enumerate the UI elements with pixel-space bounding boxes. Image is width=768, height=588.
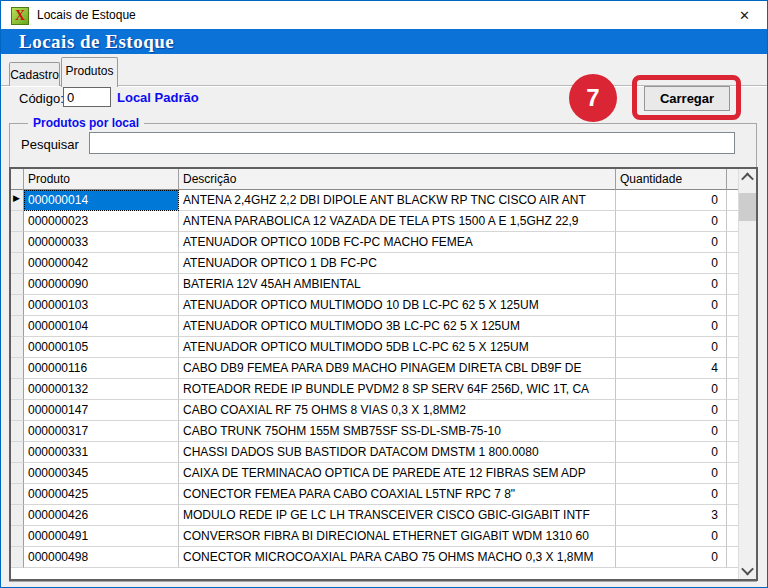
cell-produto[interactable]: 000000345 [24,463,179,484]
cell-descricao[interactable]: ANTENA PARABOLICA 12 VAZADA DE TELA PTS … [179,211,616,232]
cell-quantidade[interactable]: 4 [616,358,727,379]
row-selector-cell[interactable] [11,463,24,484]
table-row[interactable]: 000000116CABO DB9 FEMEA PARA DB9 MACHO P… [11,358,739,379]
cell-quantidade[interactable]: 0 [616,547,727,568]
selected-row-marker-icon[interactable]: ▶ [11,190,24,211]
table-row[interactable]: 000000425CONECTOR FEMEA PARA CABO COAXIA… [11,484,739,505]
table-row[interactable]: 000000331CHASSI DADOS SUB BASTIDOR DATAC… [11,442,739,463]
cell-quantidade[interactable]: 0 [616,421,727,442]
row-selector-cell[interactable] [11,232,24,253]
cell-produto[interactable]: 000000023 [24,211,179,232]
table-row[interactable]: 000000426MODULO REDE IP GE LC LH TRANSCE… [11,505,739,526]
cell-descricao[interactable]: CABO TRUNK 75OHM 155M SMB75SF SS-DL-SMB-… [179,421,616,442]
cell-quantidade[interactable]: 0 [616,463,727,484]
cell-quantidade[interactable]: 0 [616,337,727,358]
cell-descricao[interactable]: ANTENA 2,4GHZ 2,2 DBI DIPOLE ANT BLACKW … [179,190,616,211]
table-row[interactable]: 000000105ATENUADOR OPTICO MULTIMODO 5DB … [11,337,739,358]
cell-quantidade[interactable]: 0 [616,379,727,400]
cell-produto[interactable]: 000000105 [24,337,179,358]
grid-header-quantidade[interactable]: Quantidade [616,169,727,190]
cell-produto[interactable]: 000000498 [24,547,179,568]
cell-quantidade[interactable]: 0 [616,190,727,211]
cell-produto[interactable]: 000000014 [24,190,179,211]
scroll-up-icon[interactable] [739,169,756,186]
cell-quantidade[interactable]: 0 [616,442,727,463]
row-selector-cell[interactable] [11,400,24,421]
row-selector-cell[interactable] [11,337,24,358]
cell-descricao[interactable]: BATERIA 12V 45AH AMBIENTAL [179,274,616,295]
row-selector-cell[interactable] [11,211,24,232]
table-row[interactable]: 000000498CONECTOR MICROCOAXIAL PARA CABO… [11,547,739,568]
cell-quantidade[interactable]: 0 [616,253,727,274]
row-selector-cell[interactable] [11,547,24,568]
row-selector-cell[interactable] [11,358,24,379]
cell-descricao[interactable]: ATENUADOR OPTICO 1 DB FC-PC [179,253,616,274]
cell-descricao[interactable]: CONECTOR MICROCOAXIAL PARA CABO 75 OHMS … [179,547,616,568]
table-row[interactable]: 000000033ATENUADOR OPTICO 10DB FC-PC MAC… [11,232,739,253]
row-selector-cell[interactable] [11,421,24,442]
row-selector-cell[interactable] [11,442,24,463]
cell-descricao[interactable]: CAIXA DE TERMINACAO OPTICA DE PAREDE ATE… [179,463,616,484]
cell-descricao[interactable]: ATENUADOR OPTICO MULTIMODO 10 DB LC-PC 6… [179,295,616,316]
table-row[interactable]: 000000042ATENUADOR OPTICO 1 DB FC-PC0 [11,253,739,274]
cell-produto[interactable]: 000000426 [24,505,179,526]
cell-produto[interactable]: 000000331 [24,442,179,463]
tab-cadastro[interactable]: Cadastro [9,62,60,86]
scrollbar-thumb[interactable] [739,193,756,221]
cell-quantidade[interactable]: 0 [616,232,727,253]
row-selector-cell[interactable] [11,379,24,400]
grid-header-produto[interactable]: Produto [24,169,179,190]
codigo-input[interactable] [63,87,111,107]
table-row[interactable]: 000000104ATENUADOR OPTICO MULTIMODO 3B L… [11,316,739,337]
table-row[interactable]: 000000023ANTENA PARABOLICA 12 VAZADA DE … [11,211,739,232]
cell-quantidade[interactable]: 0 [616,211,727,232]
cell-produto[interactable]: 000000103 [24,295,179,316]
cell-quantidade[interactable]: 0 [616,526,727,547]
table-row[interactable]: 000000491CONVERSOR FIBRA BI DIRECIONAL E… [11,526,739,547]
scroll-down-icon[interactable] [739,562,756,579]
cell-produto[interactable]: 000000090 [24,274,179,295]
cell-produto[interactable]: 000000132 [24,379,179,400]
grid-header-descricao[interactable]: Descrição [179,169,616,190]
vertical-scrollbar[interactable] [738,169,756,579]
row-selector-cell[interactable] [11,253,24,274]
table-row[interactable]: 000000103ATENUADOR OPTICO MULTIMODO 10 D… [11,295,739,316]
tab-produtos[interactable]: Produtos [61,57,118,87]
row-selector-cell[interactable] [11,316,24,337]
cell-descricao[interactable]: CABO DB9 FEMEA PARA DB9 MACHO PINAGEM DI… [179,358,616,379]
row-selector-cell[interactable] [11,526,24,547]
cell-produto[interactable]: 000000042 [24,253,179,274]
pesquisar-input[interactable] [89,132,735,154]
cell-quantidade[interactable]: 0 [616,316,727,337]
cell-descricao[interactable]: MODULO REDE IP GE LC LH TRANSCEIVER CISC… [179,505,616,526]
row-selector-cell[interactable] [11,484,24,505]
cell-descricao[interactable]: CHASSI DADOS SUB BASTIDOR DATACOM DMSTM … [179,442,616,463]
cell-quantidade[interactable]: 3 [616,505,727,526]
cell-produto[interactable]: 000000317 [24,421,179,442]
cell-quantidade[interactable]: 0 [616,400,727,421]
cell-produto[interactable]: 000000116 [24,358,179,379]
table-row[interactable]: 000000317CABO TRUNK 75OHM 155M SMB75SF S… [11,421,739,442]
table-row[interactable]: 000000090BATERIA 12V 45AH AMBIENTAL0 [11,274,739,295]
cell-descricao[interactable]: ROTEADOR REDE IP BUNDLE PVDM2 8 SP SERV … [179,379,616,400]
cell-descricao[interactable]: CONECTOR FEMEA PARA CABO COAXIAL L5TNF R… [179,484,616,505]
table-row[interactable]: 000000132ROTEADOR REDE IP BUNDLE PVDM2 8… [11,379,739,400]
cell-produto[interactable]: 000000491 [24,526,179,547]
cell-descricao[interactable]: CONVERSOR FIBRA BI DIRECIONAL ETHERNET G… [179,526,616,547]
cell-quantidade[interactable]: 0 [616,295,727,316]
cell-produto[interactable]: 000000104 [24,316,179,337]
cell-descricao[interactable]: ATENUADOR OPTICO MULTIMODO 5DB LC-PC 62 … [179,337,616,358]
cell-descricao[interactable]: CABO COAXIAL RF 75 OHMS 8 VIAS 0,3 X 1,8… [179,400,616,421]
cell-quantidade[interactable]: 0 [616,274,727,295]
close-icon[interactable]: ✕ [722,1,767,29]
table-row[interactable]: ▶000000014ANTENA 2,4GHZ 2,2 DBI DIPOLE A… [11,190,739,211]
cell-produto[interactable]: 000000425 [24,484,179,505]
cell-descricao[interactable]: ATENUADOR OPTICO MULTIMODO 3B LC-PC 62 5… [179,316,616,337]
table-row[interactable]: 000000345CAIXA DE TERMINACAO OPTICA DE P… [11,463,739,484]
cell-produto[interactable]: 000000033 [24,232,179,253]
cell-quantidade[interactable]: 0 [616,484,727,505]
row-selector-cell[interactable] [11,274,24,295]
row-selector-cell[interactable] [11,295,24,316]
row-selector-cell[interactable] [11,505,24,526]
table-row[interactable]: 000000147CABO COAXIAL RF 75 OHMS 8 VIAS … [11,400,739,421]
